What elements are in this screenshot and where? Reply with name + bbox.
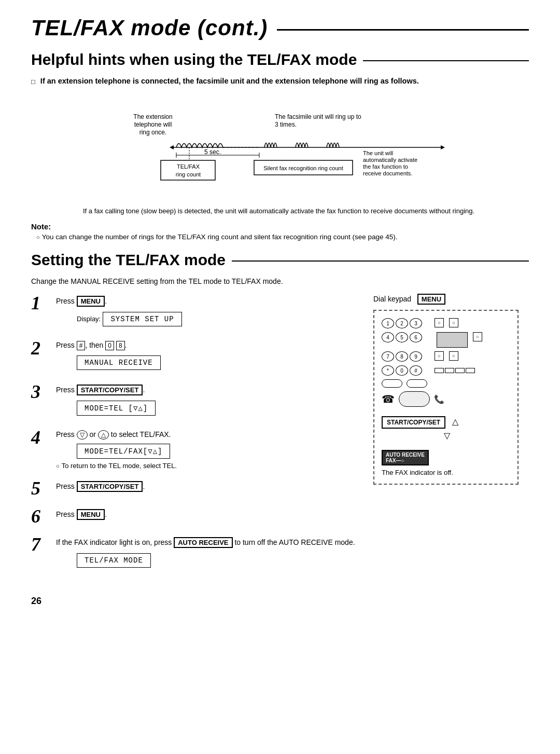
key-side-3b: ○ (449, 351, 458, 361)
key-row-4: * 0 # (382, 365, 510, 376)
step-4-content: Press ▽ or △ to select TEL/FAX. MODE=TEL… (56, 428, 363, 470)
fax-tone-text: If a fax calling tone (slow beep) is det… (83, 207, 474, 215)
line-key-3 (455, 368, 465, 373)
key-8: 8 (396, 351, 408, 362)
line-key-2 (445, 368, 454, 373)
step-3-text: Press START/COPY/SET. (56, 385, 363, 395)
step-5-text: Press START/COPY/SET. (56, 481, 363, 492)
speaker-icon (399, 391, 430, 407)
key-5: 5 (396, 332, 408, 342)
section1-heading-line (363, 60, 529, 61)
step-7-display-line: TEL/FAX MODE (77, 551, 363, 568)
step-5-number: 5 (31, 479, 50, 498)
key-side-1b: ○ (449, 318, 458, 327)
step-3-number: 3 (31, 382, 50, 401)
step-2-number: 2 (31, 339, 50, 358)
eight-key: 8 (116, 341, 125, 350)
svg-text:TEL/FAX: TEL/FAX (177, 163, 200, 170)
svg-text:ring count: ring count (176, 171, 201, 177)
keypad-area: Dial keypad MENU 1 2 3 ○ ○ 4 5 (373, 294, 529, 580)
svg-marker-2 (170, 145, 174, 149)
triangle-up-key: △ (452, 417, 458, 426)
key-side-3a: ○ (435, 351, 444, 361)
step-1-content: Press MENU. Display: SYSTEM SET UP (56, 294, 363, 330)
step-2-content: Press #, then 0 8. MANUAL RECEIVE (56, 339, 363, 373)
start-copy-set-button[interactable]: START/COPY/SET (382, 416, 445, 429)
menu-key-6: MENU (77, 509, 105, 520)
key-3: 3 (410, 318, 422, 328)
key-9: 9 (410, 351, 422, 362)
step-4-number: 4 (31, 428, 50, 447)
svg-text:Silent fax recognition ring co: Silent fax recognition ring count (263, 165, 343, 171)
line-key-1 (435, 368, 444, 373)
step-1-number: 1 (31, 294, 50, 312)
zero-key: 0 (105, 341, 114, 350)
key-row-2: 4 5 6 ○ (382, 332, 510, 348)
auto-receive-row: AUTO RECEIVEFAX—○ (382, 446, 510, 465)
title-underline (277, 29, 529, 31)
step-3-display: MODE=TEL [▽△] (77, 401, 156, 416)
timeline-svg: 5 sec. TEL/FAX ring count Silent fax rec… (99, 93, 461, 197)
start-copy-set-row: START/COPY/SET △ (382, 413, 510, 429)
phone-key-2 (407, 379, 427, 388)
svg-text:3 times.: 3 times. (275, 121, 297, 128)
checkbox-icon: □ (31, 78, 35, 86)
auto-receive-key: AUTO RECEIVE (174, 537, 232, 548)
step-1: 1 Press MENU. Display: SYSTEM SET UP (31, 294, 363, 330)
intro-paragraph: □ If an extension telephone is connected… (31, 77, 529, 86)
step-7: 7 If the FAX indicator light is on, pres… (31, 535, 363, 571)
page-title: TEL/FAX mode (cont.) (31, 16, 529, 40)
timing-diagram: 5 sec. TEL/FAX ring count Silent fax rec… (31, 93, 529, 197)
intro-text-content: If an extension telephone is connected, … (40, 77, 419, 85)
step-1-display: SYSTEM SET UP (103, 312, 181, 326)
key-1: 1 (382, 318, 394, 328)
section2-heading-line (232, 261, 529, 262)
section2-heading: Setting the TEL/FAX mode (31, 251, 529, 269)
step-6: 6 Press MENU. (31, 507, 363, 526)
key-0: 0 (396, 365, 408, 376)
key-hash: # (410, 365, 422, 376)
svg-text:5 sec.: 5 sec. (204, 148, 221, 156)
step-1-text: Press MENU. (56, 296, 363, 307)
step-7-number: 7 (31, 535, 50, 554)
step-4-subnote: To return to the TEL mode, select TEL. (56, 462, 363, 470)
key-6: 6 (410, 332, 422, 342)
step-2-text: Press #, then 0 8. (56, 341, 363, 350)
step-4: 4 Press ▽ or △ to select TEL/FAX. MODE=T… (31, 428, 363, 470)
step-7-display: TEL/FAX MODE (77, 553, 151, 568)
svg-text:The extension: The extension (133, 113, 172, 120)
step-3-content: Press START/COPY/SET. MODE=TEL [▽△] (56, 382, 363, 419)
svg-text:The facsimile unit will ring u: The facsimile unit will ring up to (275, 113, 361, 120)
key-star: * (382, 365, 394, 376)
key-row-3: 7 8 9 ○ ○ (382, 351, 510, 362)
key-7: 7 (382, 351, 394, 362)
step-5-content: Press START/COPY/SET. (56, 479, 363, 495)
keypad-diagram: 1 2 3 ○ ○ 4 5 6 ○ (373, 310, 519, 485)
steps-container: 1 Press MENU. Display: SYSTEM SET UP 2 P… (31, 294, 529, 580)
startcopyset-key-3: START/COPY/SET (77, 385, 143, 395)
step-5: 5 Press START/COPY/SET. (31, 479, 363, 498)
change-text: Change the MANUAL RECEIVE setting from t… (31, 277, 529, 285)
step-4-display-line: MODE=TEL/FAX[▽△] (77, 442, 363, 459)
step-6-number: 6 (31, 507, 50, 526)
menu-key: MENU (77, 296, 105, 307)
note-label: Note: (31, 222, 529, 231)
svg-text:receive documents.: receive documents. (363, 170, 412, 176)
step-4-text: Press ▽ or △ to select TEL/FAX. (56, 430, 363, 438)
display-label: Display: (77, 315, 101, 323)
keypad-rows: 1 2 3 ○ ○ 4 5 6 ○ (382, 318, 510, 409)
section2-heading-text: Setting the TEL/FAX mode (31, 251, 226, 269)
step-2: 2 Press #, then 0 8. MANUAL RECEIVE (31, 339, 363, 373)
step-3-display-line: MODE=TEL [▽△] (77, 399, 363, 416)
line-key-4 (466, 368, 475, 373)
step-4-display: MODE=TEL/FAX[▽△] (77, 444, 170, 459)
startcopyset-key-5: START/COPY/SET (77, 481, 143, 492)
note-text: You can change the number of rings for t… (36, 233, 529, 241)
key-side-1a: ○ (435, 318, 444, 327)
section1-heading-text: Helpful hints when using the TEL/FAX mod… (31, 51, 357, 68)
auto-receive-button[interactable]: AUTO RECEIVEFAX—○ (382, 450, 429, 465)
step-1-display-line: Display: SYSTEM SET UP (77, 310, 363, 326)
step-2-display: MANUAL RECEIVE (77, 355, 161, 370)
phone-key-1 (382, 379, 402, 388)
svg-marker-1 (441, 145, 445, 149)
